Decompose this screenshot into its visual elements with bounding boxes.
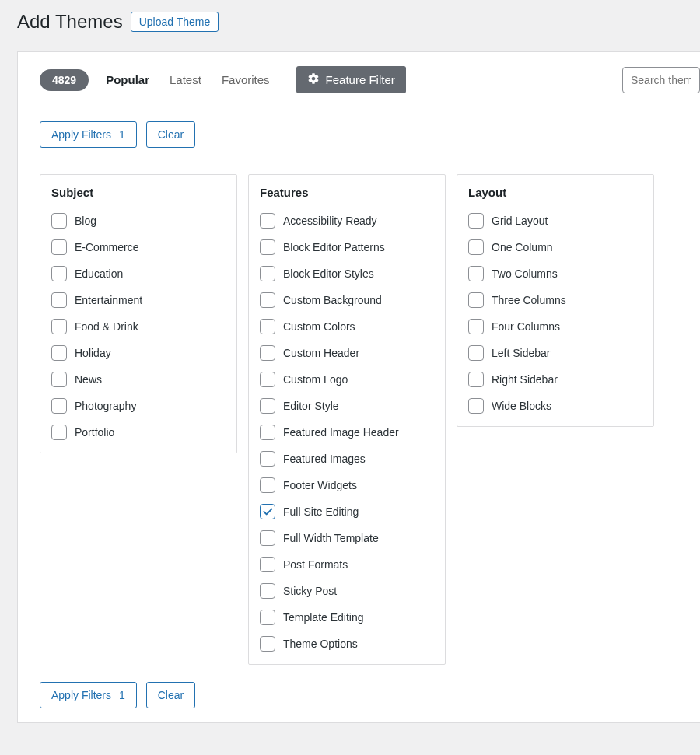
checkbox-icon bbox=[260, 319, 275, 334]
upload-theme-button[interactable]: Upload Theme bbox=[131, 12, 219, 32]
apply-filters-button[interactable]: Apply Filters 1 bbox=[40, 121, 137, 148]
search-input[interactable] bbox=[622, 67, 700, 93]
checkbox-icon bbox=[51, 266, 67, 281]
checkbox-icon bbox=[260, 213, 275, 229]
clear-filters-button-bottom[interactable]: Clear bbox=[146, 682, 195, 708]
filter-checkbox-row[interactable]: Block Editor Patterns bbox=[260, 239, 434, 255]
theme-count-pill: 4829 bbox=[40, 69, 89, 91]
apply-filters-button-bottom[interactable]: Apply Filters 1 bbox=[40, 682, 137, 708]
checkbox-icon bbox=[468, 372, 484, 387]
checkbox-icon bbox=[468, 398, 484, 414]
checkbox-icon bbox=[468, 239, 484, 255]
filter-checkbox-row[interactable]: Footer Widgets bbox=[260, 477, 434, 493]
filter-column-layout: Layout Grid LayoutOne ColumnTwo ColumnsT… bbox=[457, 174, 654, 427]
filter-checkbox-label: Post Formats bbox=[283, 558, 348, 571]
filter-checkbox-label: News bbox=[75, 373, 102, 386]
filter-checkbox-row[interactable]: Portfolio bbox=[51, 425, 226, 440]
filter-column-subject: Subject BlogE-CommerceEducationEntertain… bbox=[40, 174, 237, 453]
filter-checkbox-label: Four Columns bbox=[492, 320, 560, 333]
filter-checkbox-label: Featured Images bbox=[283, 453, 366, 465]
filter-checkbox-row[interactable]: Right Sidebar bbox=[468, 372, 642, 387]
checkbox-icon bbox=[260, 451, 275, 467]
filter-checkbox-row[interactable]: Featured Images bbox=[260, 451, 434, 467]
clear-filters-button[interactable]: Clear bbox=[146, 121, 195, 148]
filter-checkbox-label: Custom Background bbox=[283, 294, 382, 306]
filter-checkbox-label: Block Editor Patterns bbox=[283, 241, 385, 253]
filter-checkbox-row[interactable]: Custom Colors bbox=[260, 319, 434, 334]
filter-checkbox-row[interactable]: Four Columns bbox=[468, 319, 642, 334]
filter-checkbox-label: Accessibility Ready bbox=[283, 215, 377, 227]
filter-checkbox-row[interactable]: Wide Blocks bbox=[468, 398, 642, 414]
filter-checkbox-row[interactable]: Three Columns bbox=[468, 292, 642, 308]
checkbox-icon bbox=[468, 213, 484, 229]
filter-checkbox-label: Portfolio bbox=[75, 426, 114, 439]
filter-checkbox-label: Photography bbox=[75, 400, 136, 412]
apply-filters-label: Apply Filters bbox=[51, 689, 111, 701]
filter-checkbox-row[interactable]: Education bbox=[51, 266, 226, 281]
checkbox-icon bbox=[51, 292, 67, 308]
filter-checkbox-row[interactable]: Block Editor Styles bbox=[260, 266, 434, 281]
filter-checkbox-label: Entertainment bbox=[75, 294, 142, 306]
filter-checkbox-row[interactable]: Editor Style bbox=[260, 398, 434, 414]
tab-popular[interactable]: Popular bbox=[106, 73, 149, 86]
filter-checkbox-label: Food & Drink bbox=[75, 320, 138, 333]
filter-checkbox-row[interactable]: Post Formats bbox=[260, 557, 434, 572]
filter-checkbox-row[interactable]: Two Columns bbox=[468, 266, 642, 281]
filter-checkbox-row[interactable]: Photography bbox=[51, 398, 226, 414]
filter-checkbox-row[interactable]: One Column bbox=[468, 239, 642, 255]
filter-checkbox-row[interactable]: Template Editing bbox=[260, 610, 434, 625]
checkbox-icon bbox=[51, 345, 67, 361]
filter-checkbox-row[interactable]: News bbox=[51, 372, 226, 387]
feature-filter-label: Feature Filter bbox=[326, 73, 395, 86]
tab-favorites[interactable]: Favorites bbox=[222, 73, 270, 86]
filter-checkbox-label: Footer Widgets bbox=[283, 479, 357, 491]
checkbox-icon bbox=[51, 239, 67, 255]
filter-checkbox-row[interactable]: Entertainment bbox=[51, 292, 226, 308]
filter-checkbox-label: Blog bbox=[75, 215, 96, 227]
apply-filters-label: Apply Filters bbox=[51, 128, 111, 141]
filter-checkbox-row[interactable]: Grid Layout bbox=[468, 213, 642, 229]
filter-checkbox-label: Three Columns bbox=[492, 294, 566, 306]
filter-checkbox-row[interactable]: Theme Options bbox=[260, 636, 434, 652]
filter-checkbox-row[interactable]: Food & Drink bbox=[51, 319, 226, 334]
checkbox-icon bbox=[260, 398, 275, 414]
filter-heading-layout: Layout bbox=[468, 186, 642, 199]
apply-filters-count: 1 bbox=[119, 689, 125, 701]
filter-checkbox-row[interactable]: Custom Logo bbox=[260, 372, 434, 387]
filter-checkbox-row[interactable]: Full Site Editing bbox=[260, 504, 434, 519]
filter-checkbox-label: E-Commerce bbox=[75, 241, 138, 253]
checkbox-icon bbox=[260, 425, 275, 440]
filter-checkbox-row[interactable]: Blog bbox=[51, 213, 226, 229]
checkbox-icon bbox=[260, 477, 275, 493]
filter-checkbox-label: Block Editor Styles bbox=[283, 267, 374, 280]
filter-checkbox-row[interactable]: Accessibility Ready bbox=[260, 213, 434, 229]
filter-checkbox-label: Template Editing bbox=[283, 611, 364, 624]
filter-heading-subject: Subject bbox=[51, 186, 226, 199]
filter-checkbox-row[interactable]: Featured Image Header bbox=[260, 425, 434, 440]
filter-checkbox-row[interactable]: Left Sidebar bbox=[468, 345, 642, 361]
filter-checkbox-label: Grid Layout bbox=[492, 215, 548, 227]
checkbox-icon bbox=[51, 425, 67, 440]
filter-checkbox-label: Custom Header bbox=[283, 347, 359, 359]
filter-checkbox-row[interactable]: Custom Background bbox=[260, 292, 434, 308]
feature-filter-button[interactable]: Feature Filter bbox=[296, 66, 406, 93]
checkbox-icon bbox=[468, 345, 484, 361]
checkbox-icon bbox=[51, 213, 67, 229]
checkbox-icon bbox=[260, 583, 275, 599]
filter-checkbox-label: Wide Blocks bbox=[492, 400, 551, 412]
filter-checkbox-row[interactable]: E-Commerce bbox=[51, 239, 226, 255]
apply-filters-count: 1 bbox=[119, 128, 125, 141]
filter-checkbox-row[interactable]: Custom Header bbox=[260, 345, 434, 361]
checkbox-icon bbox=[51, 319, 67, 334]
filter-checkbox-label: Full Width Template bbox=[283, 532, 379, 544]
checkbox-icon bbox=[260, 239, 275, 255]
checkbox-icon bbox=[260, 557, 275, 572]
tab-latest[interactable]: Latest bbox=[170, 73, 201, 86]
filter-checkbox-row[interactable]: Full Width Template bbox=[260, 530, 434, 546]
filter-checkbox-label: Full Site Editing bbox=[283, 505, 359, 518]
filter-checkbox-row[interactable]: Sticky Post bbox=[260, 583, 434, 599]
checkbox-icon bbox=[260, 292, 275, 308]
filter-checkbox-label: Editor Style bbox=[283, 400, 339, 412]
filter-checkbox-label: Two Columns bbox=[492, 267, 558, 280]
filter-checkbox-row[interactable]: Holiday bbox=[51, 345, 226, 361]
